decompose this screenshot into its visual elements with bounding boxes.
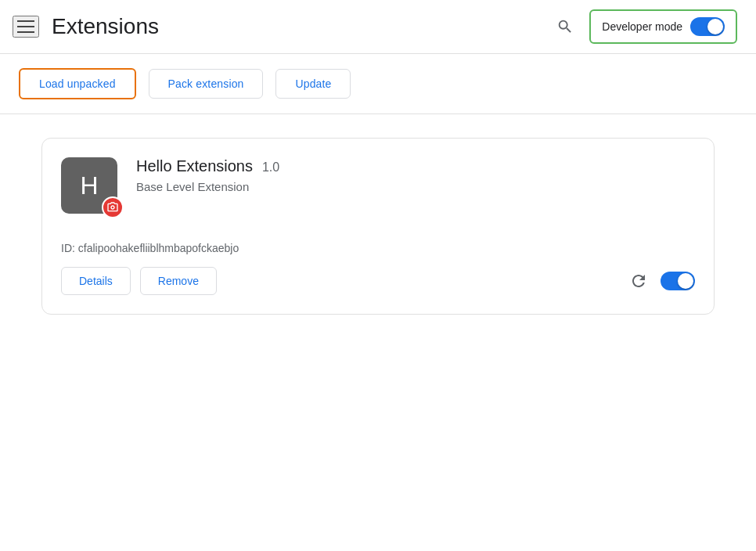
details-button[interactable]: Details: [61, 267, 131, 295]
extension-description: Base Level Extension: [136, 180, 695, 193]
toolbar: Load unpacked Pack extension Update: [0, 54, 756, 113]
menu-button[interactable]: [13, 16, 39, 38]
reload-button[interactable]: [629, 272, 648, 290]
divider: [0, 113, 756, 114]
search-button[interactable]: [553, 15, 577, 38]
remove-button[interactable]: Remove: [140, 267, 217, 295]
header-left: Extensions: [13, 14, 159, 39]
extensions-list: H Hello Extensions 1.0 Base Level Extens…: [0, 130, 756, 322]
extension-version: 1.0: [262, 160, 279, 175]
developer-mode-toggle[interactable]: [690, 17, 725, 36]
extension-name: Hello Extensions: [136, 157, 253, 175]
pack-extension-button[interactable]: Pack extension: [149, 69, 264, 99]
extension-icon-letter: H: [80, 171, 98, 200]
update-button[interactable]: Update: [275, 69, 351, 99]
extension-card: H Hello Extensions 1.0 Base Level Extens…: [41, 138, 715, 315]
extension-info: Hello Extensions 1.0 Base Level Extensio…: [136, 157, 695, 193]
developer-mode-label: Developer mode: [602, 20, 682, 33]
extension-toggle[interactable]: [661, 272, 695, 290]
extension-name-row: Hello Extensions 1.0: [136, 157, 695, 175]
page-title: Extensions: [52, 14, 159, 39]
extension-id-row: ID: cfalipoohakefliiblhmbapofckaebjo: [61, 229, 695, 261]
header: Extensions Developer mode: [0, 0, 756, 54]
camera-icon: [106, 201, 119, 214]
card-top: H Hello Extensions 1.0 Base Level Extens…: [61, 157, 695, 214]
reload-icon: [629, 272, 648, 290]
card-actions: Details Remove: [61, 261, 695, 295]
extension-icon-wrapper: H: [61, 157, 117, 214]
load-unpacked-button[interactable]: Load unpacked: [19, 68, 136, 99]
extension-icon-badge: [102, 196, 124, 218]
card-actions-right: [629, 272, 695, 290]
header-right: Developer mode: [553, 9, 737, 44]
extension-id: ID: cfalipoohakefliiblhmbapofckaebjo: [61, 242, 239, 254]
developer-mode-container: Developer mode: [589, 9, 737, 44]
